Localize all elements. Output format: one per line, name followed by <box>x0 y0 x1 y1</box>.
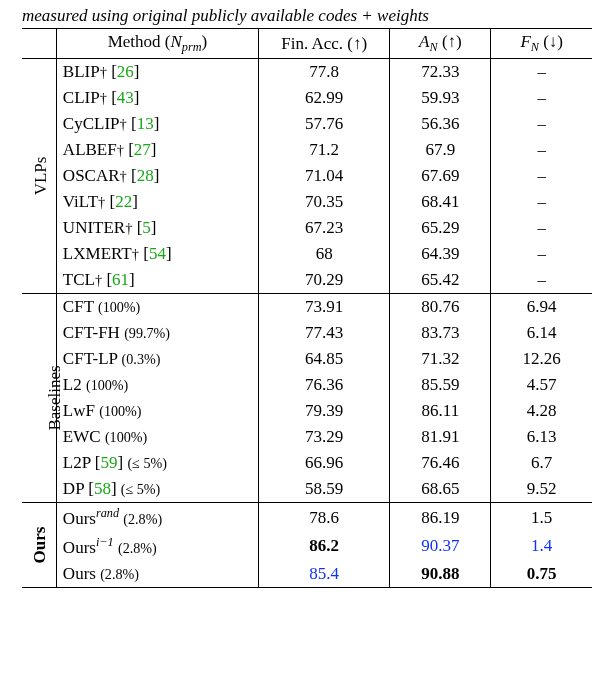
table-row: Ours (2.8%) 85.4 90.88 0.75 <box>22 561 592 588</box>
group-baselines: Baselines <box>22 294 56 503</box>
table-row: ALBEF [27] 71.267.9– <box>22 137 592 163</box>
table-row: CFT-LP (0.3%) 64.8571.3212.26 <box>22 346 592 372</box>
results-table: Method (Nprm) Fin. Acc. (↑) AN (↑) FN (↓… <box>22 28 592 588</box>
table-row: Baselines CFT (100%) 73.9180.766.94 <box>22 294 592 321</box>
table-row: L2P [59] (≤ 5%) 66.9676.466.7 <box>22 450 592 476</box>
table-row: VLPs BLIP [26] 77.8 72.33 – <box>22 59 592 86</box>
table-row: ViLT [22] 70.3568.41– <box>22 189 592 215</box>
table-row: CLIP [43] 62.9959.93– <box>22 85 592 111</box>
table-row: UNITER [5] 67.2365.29– <box>22 215 592 241</box>
table-caption: measured using original publicly availab… <box>22 6 592 26</box>
table-row: EWC (100%) 73.2981.916.13 <box>22 424 592 450</box>
table-row: LwF (100%) 79.3986.114.28 <box>22 398 592 424</box>
table-row: TCL [61] 70.2965.42– <box>22 267 592 294</box>
col-method: Method (Nprm) <box>56 29 258 59</box>
table-row: DP [58] (≤ 5%) 58.5968.659.52 <box>22 476 592 503</box>
table-row: Ours Oursrand (2.8%) 78.686.191.5 <box>22 503 592 532</box>
table-row: LXMERT [54] 6864.39– <box>22 241 592 267</box>
table-row: Oursi−1 (2.8%) 86.2 90.37 1.4 <box>22 532 592 561</box>
col-an: AN (↑) <box>390 29 491 59</box>
group-vlps: VLPs <box>22 59 56 294</box>
table-row: L2 (100%) 76.3685.594.57 <box>22 372 592 398</box>
col-fin-acc: Fin. Acc. (↑) <box>258 29 389 59</box>
table-row: OSCAR [28] 71.0467.69– <box>22 163 592 189</box>
col-fn: FN (↓) <box>491 29 592 59</box>
table-row: CyCLIP [13] 57.7656.36– <box>22 111 592 137</box>
group-ours: Ours <box>22 503 56 587</box>
table-row: CFT-FH (99.7%) 77.4383.736.14 <box>22 320 592 346</box>
header-row: Method (Nprm) Fin. Acc. (↑) AN (↑) FN (↓… <box>22 29 592 59</box>
